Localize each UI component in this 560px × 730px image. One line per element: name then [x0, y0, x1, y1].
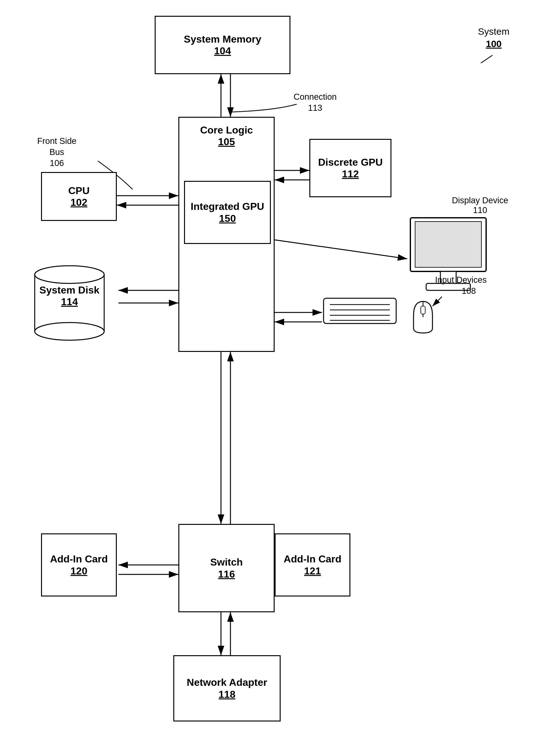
svg-line-8: [275, 240, 407, 259]
system-disk-label: System Disk: [32, 284, 107, 296]
system-memory-number: 104: [214, 45, 231, 57]
core-logic-box: Core Logic 105 Integrated GPU 150: [178, 117, 275, 352]
input-devices-label: Input Devices 108: [429, 275, 492, 297]
svg-point-28: [35, 323, 104, 340]
core-logic-number: 105: [179, 136, 274, 148]
add-in-card-121-label: Add-In Card: [283, 553, 341, 565]
integrated-gpu-number: 150: [219, 213, 236, 224]
svg-rect-30: [324, 298, 396, 324]
svg-point-29: [35, 266, 104, 284]
cpu-box: CPU 102: [41, 172, 117, 221]
diagram-container: System Memory 104 System 100 Connection …: [0, 0, 560, 730]
add-in-card-121-box: Add-In Card 121: [275, 533, 350, 596]
add-in-card-120-label: Add-In Card: [50, 553, 108, 565]
network-adapter-box: Network Adapter 118: [173, 655, 281, 721]
discrete-gpu-label: Discrete GPU: [318, 156, 383, 168]
core-logic-label: Core Logic: [179, 124, 274, 136]
system-memory-box: System Memory 104: [155, 16, 290, 74]
switch-number: 116: [218, 568, 235, 580]
keyboard-device: [322, 294, 401, 332]
system-label: System 100: [478, 25, 509, 50]
integrated-gpu-box: Integrated GPU 150: [184, 181, 271, 244]
display-device-number: 110: [452, 206, 508, 215]
add-in-card-120-box: Add-In Card 120: [41, 533, 117, 596]
cpu-number: 102: [70, 197, 87, 208]
cpu-label: CPU: [68, 185, 90, 197]
svg-rect-36: [421, 306, 425, 314]
system-disk: System Disk 114: [32, 259, 107, 341]
discrete-gpu-number: 112: [342, 168, 359, 180]
front-side-bus-label: Front Side Bus 106: [32, 136, 82, 169]
add-in-card-120-number: 120: [70, 565, 87, 577]
svg-line-21: [458, 55, 492, 63]
mouse-device: [407, 297, 439, 338]
network-adapter-number: 118: [218, 689, 235, 700]
connection-label: Connection 113: [294, 92, 337, 114]
integrated-gpu-label: Integrated GPU: [191, 201, 264, 213]
mouse-svg: [407, 297, 439, 338]
display-device-label: Display Device: [452, 196, 508, 206]
switch-label: Switch: [210, 556, 243, 568]
system-disk-number: 114: [32, 296, 107, 308]
diagram-arrows: [0, 0, 560, 730]
add-in-card-121-number: 121: [304, 565, 321, 577]
system-memory-label: System Memory: [184, 33, 261, 45]
keyboard-svg: [322, 294, 401, 332]
network-adapter-label: Network Adapter: [187, 676, 267, 688]
svg-rect-24: [415, 222, 481, 267]
switch-box: Switch 116: [178, 524, 275, 612]
discrete-gpu-box: Discrete GPU 112: [309, 139, 391, 197]
